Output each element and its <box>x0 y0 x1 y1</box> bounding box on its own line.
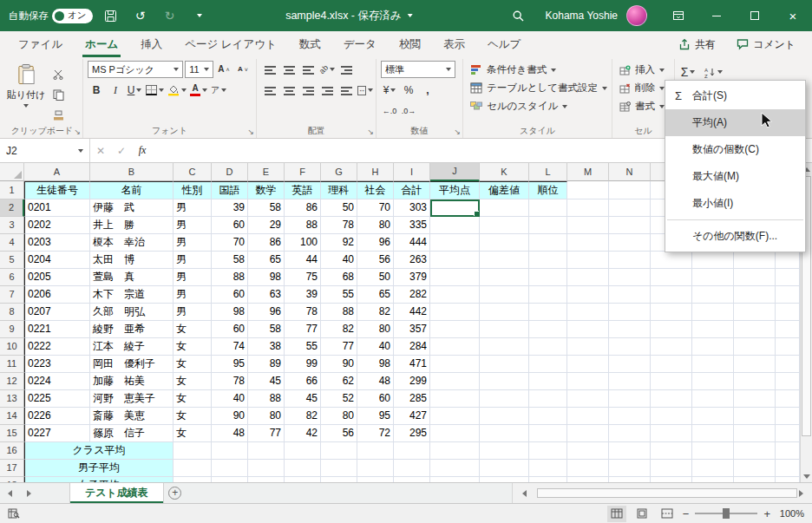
cell-C11[interactable]: 女 <box>174 356 212 373</box>
cell-M7[interactable] <box>567 286 609 304</box>
cell-f316[interactable] <box>734 442 776 460</box>
cell-L15[interactable] <box>529 425 567 442</box>
align-right-button[interactable] <box>299 82 317 99</box>
borders-button[interactable] <box>145 82 165 99</box>
cell-A12[interactable]: 0224 <box>24 373 90 390</box>
cell-D5[interactable]: 58 <box>212 252 248 269</box>
insert-function-button[interactable]: fx <box>132 139 153 162</box>
cell-f45[interactable] <box>776 252 800 269</box>
align-bottom-button[interactable] <box>299 61 317 78</box>
cell-f414[interactable] <box>776 408 800 425</box>
orientation-button[interactable]: ab <box>318 61 336 78</box>
cell-A1[interactable]: 生徒番号 <box>24 181 90 199</box>
cell-f314[interactable] <box>734 408 776 425</box>
cell-N7[interactable] <box>609 286 651 304</box>
cell-N17[interactable] <box>609 460 651 477</box>
cell-H3[interactable]: 80 <box>357 217 394 234</box>
cell-N4[interactable] <box>609 234 651 252</box>
cell-I10[interactable]: 284 <box>394 338 430 356</box>
cell-K10[interactable] <box>480 338 529 356</box>
cell-H7[interactable]: 65 <box>357 286 394 304</box>
cell-F3[interactable]: 88 <box>285 217 321 234</box>
row-header-17[interactable]: 17 <box>0 460 24 477</box>
scroll-left-button[interactable] <box>514 490 534 497</box>
row-header-2[interactable]: 2 <box>0 199 24 217</box>
cell-E2[interactable]: 58 <box>248 199 285 217</box>
zoom-slider[interactable] <box>695 513 757 514</box>
cell-N10[interactable] <box>609 338 651 356</box>
tab-view[interactable]: 表示 <box>432 31 476 57</box>
cell-M9[interactable] <box>567 321 609 338</box>
cell-K2[interactable] <box>480 199 529 217</box>
percent-format-button[interactable]: % <box>400 82 417 99</box>
cell-E7[interactable]: 63 <box>248 286 285 304</box>
cell-J2[interactable] <box>430 199 480 217</box>
autosum-button[interactable]: Σ <box>679 63 697 81</box>
cell-f214[interactable] <box>692 408 734 425</box>
scroll-down-button[interactable] <box>801 470 812 482</box>
cell-B5[interactable]: 太田 博 <box>90 252 174 269</box>
phonetic-guide-button[interactable]: ア <box>210 82 227 99</box>
cell-N1[interactable] <box>609 181 651 199</box>
cell-E12[interactable]: 45 <box>248 373 285 390</box>
cell-K6[interactable] <box>480 269 529 286</box>
cell-D2[interactable]: 39 <box>212 199 248 217</box>
cell-f29[interactable] <box>692 321 734 338</box>
cell-I4[interactable]: 444 <box>394 234 430 252</box>
cell-C4[interactable]: 男 <box>174 234 212 252</box>
cell-A14[interactable]: 0226 <box>24 408 90 425</box>
cell-H15[interactable]: 72 <box>357 425 394 442</box>
cell-B10[interactable]: 江本 綾子 <box>90 338 174 356</box>
cell-K16[interactable] <box>480 442 529 460</box>
cell-G1[interactable]: 理科 <box>321 181 357 199</box>
cell-F14[interactable]: 82 <box>285 408 321 425</box>
cell-J6[interactable] <box>430 269 480 286</box>
decrease-indent-button[interactable] <box>318 82 336 99</box>
normal-view-button[interactable] <box>607 506 626 522</box>
cell-f116[interactable] <box>651 442 692 460</box>
cell-L9[interactable] <box>529 321 567 338</box>
cell-L10[interactable] <box>529 338 567 356</box>
col-header-A[interactable]: A <box>24 163 90 181</box>
menu-item-min[interactable]: 最小値(I) <box>665 190 805 217</box>
cell-K4[interactable] <box>480 234 529 252</box>
col-header-N[interactable]: N <box>609 163 651 181</box>
cell-f215[interactable] <box>692 425 734 442</box>
menu-item-sum[interactable]: Σ合計(S) <box>665 82 805 109</box>
cell-C15[interactable]: 女 <box>174 425 212 442</box>
cell-H10[interactable]: 40 <box>357 338 394 356</box>
cell-I7[interactable]: 282 <box>394 286 430 304</box>
cell-M6[interactable] <box>567 269 609 286</box>
name-box[interactable]: J2 <box>0 139 90 162</box>
tab-file[interactable]: ファイル <box>7 31 74 57</box>
cell-E6[interactable]: 98 <box>248 269 285 286</box>
cell-A5[interactable]: 0204 <box>24 252 90 269</box>
cell-M10[interactable] <box>567 338 609 356</box>
cell-G12[interactable]: 62 <box>321 373 357 390</box>
cell-J1[interactable]: 平均点 <box>430 181 480 199</box>
cell-f47[interactable] <box>776 286 800 304</box>
cell-M2[interactable] <box>567 199 609 217</box>
cell-K3[interactable] <box>480 217 529 234</box>
col-header-B[interactable]: B <box>90 163 174 181</box>
number-dialog-launcher[interactable]: ↘ <box>454 128 461 136</box>
cell-f317[interactable] <box>734 460 776 477</box>
increase-indent-button[interactable] <box>337 82 355 99</box>
cell-I5[interactable]: 263 <box>394 252 430 269</box>
cell-N11[interactable] <box>609 356 651 373</box>
cell-f311[interactable] <box>734 356 776 373</box>
cell-A11[interactable]: 0223 <box>24 356 90 373</box>
cell-F5[interactable]: 44 <box>285 252 321 269</box>
cell-E4[interactable]: 86 <box>248 234 285 252</box>
cell-F1[interactable]: 英語 <box>285 181 321 199</box>
col-header-L[interactable]: L <box>529 163 567 181</box>
tab-review[interactable]: 校閲 <box>388 31 432 57</box>
col-header-J[interactable]: J <box>430 163 480 181</box>
cell-H14[interactable]: 95 <box>357 408 394 425</box>
cell-K1[interactable]: 偏差値 <box>480 181 529 199</box>
cell-E3[interactable]: 29 <box>248 217 285 234</box>
menu-item-count-numbers[interactable]: 数値の個数(C) <box>665 136 805 163</box>
autosave-toggle[interactable]: 自動保存 オン <box>9 9 93 23</box>
underline-button[interactable]: U <box>126 82 143 99</box>
row-header-15[interactable]: 15 <box>0 425 24 442</box>
